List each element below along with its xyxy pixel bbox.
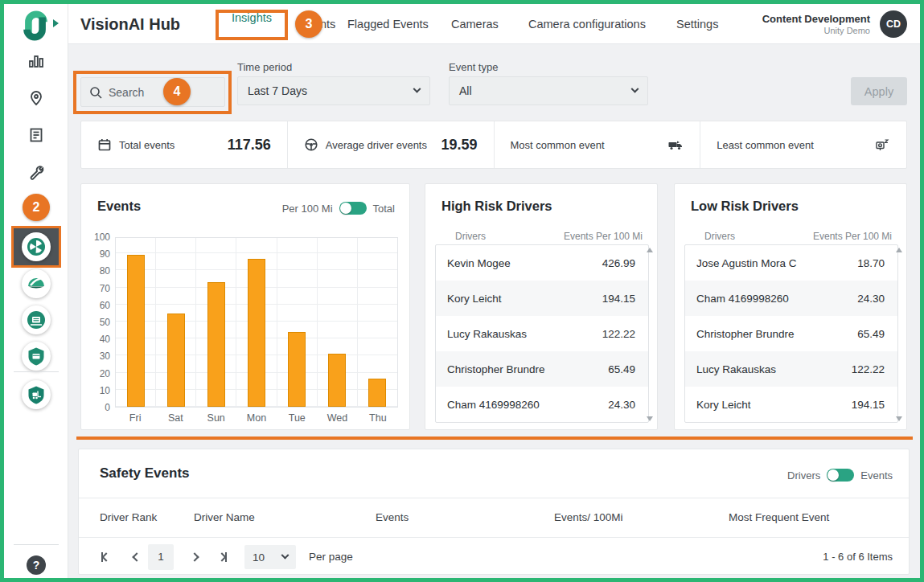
driver-row[interactable]: Jose Agustin Mora C18.70 — [685, 245, 897, 281]
y-tick-label: 30 — [86, 350, 110, 362]
y-tick-label: 70 — [86, 283, 110, 294]
toggle-left-label: Per 100 Mi — [282, 203, 333, 215]
driver-name: Cham 4169998260 — [447, 399, 540, 411]
high-risk-card: High Risk Drivers Drivers Events Per 100… — [425, 183, 658, 430]
chart-column — [358, 238, 397, 407]
scroll-down-icon[interactable] — [647, 416, 653, 421]
chart-plot-area — [115, 237, 398, 408]
user-org: Unity Demo — [762, 26, 870, 35]
next-page-button[interactable] — [191, 538, 198, 576]
driver-value: 65.49 — [608, 363, 635, 375]
scroll-up-icon[interactable] — [896, 248, 902, 252]
toggle-right-label: Events — [860, 469, 893, 482]
low-risk-card: Low Risk Drivers Drivers Events Per 100 … — [674, 183, 907, 430]
y-tick-label: 50 — [86, 317, 110, 328]
sidebar: 2 — [4, 4, 68, 578]
avatar[interactable]: CD — [880, 10, 907, 38]
bar-thu[interactable] — [368, 379, 386, 407]
driver-value: 426.99 — [602, 257, 635, 269]
per-page-value: 10 — [253, 551, 265, 564]
driver-name: Jose Agustin Mora C — [696, 257, 797, 269]
bar-sat[interactable] — [167, 314, 185, 407]
chart-x-axis: FriSatSunMonTueWedThu — [115, 412, 398, 424]
pagination-bar: 1 10 Per page 1 - 6 of 6 Items — [79, 538, 909, 576]
scroll-down-icon[interactable] — [896, 416, 902, 421]
scroll-up-icon[interactable] — [647, 248, 653, 252]
chart-column — [236, 238, 277, 407]
driver-value: 122.22 — [602, 328, 635, 340]
user-block[interactable]: Content Development Unity Demo CD — [762, 4, 907, 44]
screenshot-frame: 2 — [0, 0, 924, 582]
road-app-icon — [25, 273, 47, 295]
previous-page-button[interactable] — [133, 538, 140, 576]
per-page-dropdown[interactable]: 10 — [244, 545, 296, 569]
help-icon[interactable]: ? — [27, 555, 46, 575]
last-page-button[interactable] — [219, 538, 227, 576]
toggle-knob — [340, 203, 351, 214]
bar-tue[interactable] — [288, 332, 306, 407]
annotation-line — [76, 436, 913, 440]
driver-name: Cham 4169998260 — [696, 293, 789, 305]
tab-settings[interactable]: Settings — [676, 4, 718, 44]
safety-events-card: Safety Events Drivers Events Driver Rank… — [78, 449, 910, 575]
current-page-button[interactable]: 1 — [148, 544, 174, 570]
search-box[interactable] — [80, 77, 225, 107]
bar-mon[interactable] — [248, 259, 265, 407]
chart-title: Events — [97, 199, 141, 214]
driver-name: Kory Leicht — [696, 399, 751, 411]
y-tick-label: 40 — [86, 334, 110, 345]
x-tick-label: Mon — [236, 412, 277, 424]
driver-row[interactable]: Christopher Brundre65.49 — [685, 316, 897, 351]
driver-row[interactable]: Kory Leicht194.15 — [685, 387, 897, 422]
safety-events-title: Safety Events — [100, 465, 190, 482]
safety-column-driver-rank: Driver Rank — [100, 498, 157, 537]
sidebar-item-driver-coach-app[interactable] — [22, 305, 51, 334]
stat-average-driver-events: Average driver events 19.59 — [288, 121, 495, 168]
chart-column — [318, 238, 358, 407]
driver-row[interactable]: Cham 416999826024.30 — [436, 387, 648, 422]
driver-row[interactable]: Kory Leicht194.15 — [436, 281, 648, 316]
y-tick-label: 0 — [86, 402, 110, 413]
time-period-dropdown[interactable]: Last 7 Days — [237, 76, 430, 105]
apply-button[interactable]: Apply — [851, 77, 907, 105]
stat-label: Average driver events — [326, 139, 427, 151]
event-type-dropdown[interactable]: All — [449, 76, 648, 105]
driver-row[interactable]: Cham 416999826024.30 — [685, 281, 897, 316]
driver-row[interactable]: Kevin Mogee426.99 — [436, 245, 648, 281]
tab-cameras[interactable]: Cameras — [451, 4, 499, 44]
sidebar-expand-icon[interactable] — [53, 19, 59, 27]
tab-flagged-events[interactable]: Flagged Events — [347, 4, 429, 44]
per100-total-toggle[interactable] — [339, 202, 367, 215]
sidebar-item-shield-box-app[interactable] — [22, 342, 51, 371]
driver-name: Lucy Rakauskas — [696, 363, 776, 375]
sidebar-item-shield-forklift-app[interactable] — [22, 380, 51, 409]
first-page-button[interactable] — [101, 538, 109, 576]
y-tick-label: 90 — [86, 248, 110, 260]
bar-sun[interactable] — [207, 282, 225, 407]
y-tick-label: 80 — [86, 265, 110, 277]
driver-name: Kory Leicht — [447, 293, 502, 305]
main-content: 4 Time period Last 7 Days Event type All… — [68, 44, 920, 578]
bar-wed[interactable] — [328, 354, 346, 407]
wrench-icon[interactable] — [27, 163, 45, 181]
sidebar-item-visionai-selected[interactable] — [11, 226, 61, 268]
driver-row[interactable]: Lucy Rakauskas122.22 — [436, 316, 648, 351]
sidebar-item-road-app[interactable] — [22, 269, 51, 298]
tab-camera-configurations[interactable]: Camera configurations — [528, 4, 646, 44]
document-icon[interactable] — [27, 126, 45, 144]
chart-column — [277, 238, 318, 407]
location-pin-icon[interactable] — [27, 89, 45, 107]
tab-insights[interactable]: Insights — [216, 11, 288, 24]
stat-total-events: Total events 117.56 — [81, 121, 288, 168]
brand-s-logo[interactable] — [18, 9, 52, 43]
chevron-down-icon — [631, 84, 639, 92]
driver-row[interactable]: Christopher Brundre65.49 — [436, 351, 648, 387]
bar-chart-icon[interactable] — [27, 52, 45, 70]
drivers-events-toggle[interactable] — [827, 469, 854, 482]
y-tick-label: 100 — [86, 232, 110, 243]
chart-y-axis: 0102030405060708090100 — [86, 237, 110, 408]
column-header-events-per-100mi: Events Per 100 Mi — [813, 231, 892, 242]
search-icon — [89, 86, 102, 99]
driver-row[interactable]: Lucy Rakauskas122.22 — [685, 351, 897, 387]
bar-fri[interactable] — [127, 255, 145, 407]
